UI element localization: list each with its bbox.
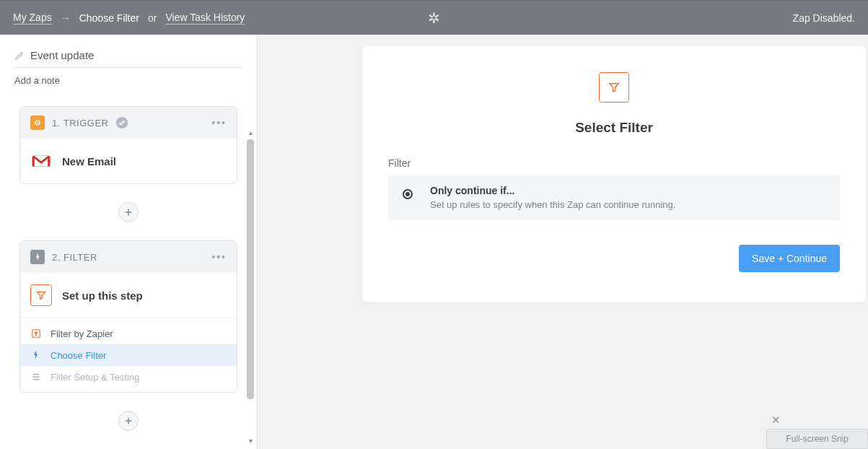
panel-heading: Select Filter: [388, 120, 840, 136]
list-icon: [30, 371, 42, 383]
section-label: Filter: [388, 157, 840, 169]
option-title: Only continue if...: [430, 185, 675, 196]
check-circle-icon: [115, 116, 128, 129]
step-filter[interactable]: 2. FILTER ••• Set up this step: [19, 240, 237, 393]
zap-title: Event update: [30, 49, 94, 61]
zap-status: Zap Disabled.: [793, 12, 855, 24]
trigger-badge-icon: [30, 115, 45, 130]
step-more-icon[interactable]: •••: [211, 251, 227, 263]
svg-point-1: [37, 122, 38, 123]
zapier-logo-icon: ✲: [428, 9, 440, 27]
gmail-icon: [30, 150, 52, 172]
step-body[interactable]: New Email: [20, 139, 237, 183]
substep-label: Filter Setup & Testing: [51, 372, 139, 383]
filter-hero-icon: [599, 72, 629, 103]
snip-label: Full-screen Snip: [786, 434, 849, 444]
option-text: Only continue if... Set up rules to spec…: [430, 185, 675, 210]
scroll-down-icon[interactable]: ▾: [245, 437, 255, 445]
bolt-icon: [30, 349, 42, 361]
step-header[interactable]: 2. FILTER •••: [20, 241, 237, 273]
close-icon[interactable]: ✕: [771, 414, 781, 427]
step-index-label: 2. FILTER: [52, 252, 97, 263]
scroll-up-icon[interactable]: ▴: [245, 128, 255, 136]
filter-icon: [30, 284, 52, 306]
substep-filter-setup-testing[interactable]: Filter Setup & Testing: [20, 366, 237, 388]
save-continue-button[interactable]: Save + Continue: [739, 245, 840, 272]
breadcrumb: My Zaps → Choose Filter or View Task His…: [13, 12, 245, 25]
breadcrumb-current: Choose Filter: [79, 12, 139, 24]
filter-panel: Select Filter Filter Only continue if...…: [362, 46, 866, 302]
zap-title-row[interactable]: Event update: [14, 49, 242, 68]
scroll-thumb[interactable]: [247, 139, 254, 399]
step-index-label: 1. TRIGGER: [52, 118, 108, 128]
option-desc: Set up rules to specify when this Zap ca…: [430, 199, 675, 210]
substep-label: Filter by Zapier: [51, 328, 113, 339]
step-trigger[interactable]: 1. TRIGGER ••• New Email: [19, 106, 237, 184]
pencil-icon: [14, 51, 25, 61]
canvas: Select Filter Filter Only continue if...…: [258, 35, 868, 449]
substep-list: Filter by Zapier Choose Filter: [20, 318, 237, 392]
add-step-button[interactable]: [118, 202, 139, 222]
step-app-label: Set up this step: [62, 289, 143, 302]
step-app-label: New Email: [62, 155, 116, 167]
step-body[interactable]: Set up this step: [20, 273, 237, 318]
snipping-tool-hint[interactable]: ✕ Full-screen Snip: [766, 429, 868, 449]
sidebar: Event update Add a note 1. TRIGGER •: [0, 35, 258, 449]
top-bar: My Zaps → Choose Filter or View Task His…: [0, 0, 868, 35]
substep-choose-filter[interactable]: Choose Filter: [20, 344, 237, 366]
breadcrumb-or: or: [148, 12, 157, 24]
add-step-button[interactable]: [118, 411, 139, 431]
step-more-icon[interactable]: •••: [211, 117, 227, 128]
task-history-link[interactable]: View Task History: [165, 12, 245, 25]
step-list: 1. TRIGGER ••• New Email: [14, 106, 242, 449]
my-zaps-link[interactable]: My Zaps: [13, 12, 52, 25]
filter-badge-icon: [30, 250, 45, 264]
radio-icon[interactable]: [403, 189, 413, 199]
step-header[interactable]: 1. TRIGGER •••: [20, 107, 237, 139]
filter-box-icon: [30, 328, 42, 339]
substep-filter-by-zapier[interactable]: Filter by Zapier: [20, 323, 237, 344]
substep-label: Choose Filter: [51, 350, 106, 361]
breadcrumb-sep-icon: →: [61, 12, 71, 24]
filter-option-only-continue-if[interactable]: Only continue if... Set up rules to spec…: [388, 175, 840, 220]
add-note-link[interactable]: Add a note: [14, 75, 242, 86]
